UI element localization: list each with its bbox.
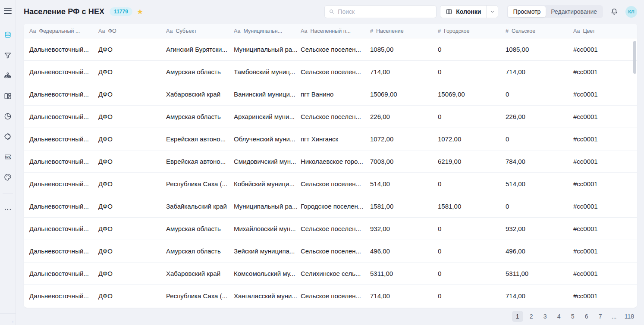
menu-icon[interactable] [4, 8, 12, 14]
column-header-2[interactable]: АаФО [98, 28, 166, 34]
table-cell[interactable]: 1072,00 [438, 135, 506, 143]
table-cell[interactable]: Еврейская автоно... [166, 158, 234, 165]
table-cell[interactable]: Дальневосточный... [29, 135, 98, 143]
more-icon[interactable] [3, 205, 12, 214]
table-cell[interactable]: #cc0001 [573, 113, 637, 120]
table-cell[interactable]: ДФО [98, 270, 166, 277]
table-cell[interactable]: Николаевское горо... [301, 158, 370, 165]
table-cell[interactable]: 714,00 [506, 68, 573, 75]
table-cell[interactable]: Ванинский муници... [234, 91, 301, 98]
table-cell[interactable]: Сельское поселен... [301, 225, 370, 232]
table-cell[interactable]: Хангаласский муни... [234, 292, 301, 300]
table-cell[interactable]: 1581,00 [370, 203, 438, 210]
table-cell[interactable]: Еврейская автоно... [166, 135, 234, 143]
table-cell[interactable]: 514,00 [370, 180, 438, 188]
table-cell[interactable]: 5311,00 [506, 270, 573, 277]
column-header-4[interactable]: АаМуниципальн... [234, 28, 301, 34]
table-cell[interactable]: ДФО [98, 46, 166, 53]
page-button-3[interactable]: 3 [540, 311, 551, 322]
notifications-button[interactable] [609, 6, 619, 17]
table-cell[interactable]: 784,00 [506, 158, 573, 165]
table-cell[interactable]: 7003,00 [370, 158, 438, 165]
table-cell[interactable]: Хабаровский край [166, 91, 234, 98]
page-button-5[interactable]: 5 [567, 311, 578, 322]
table-cell[interactable]: ДФО [98, 292, 166, 300]
table-cell[interactable]: 932,00 [370, 225, 438, 232]
table-cell[interactable]: 0 [438, 247, 506, 255]
page-button-4[interactable]: 4 [553, 311, 565, 322]
table-cell[interactable]: Дальневосточный... [29, 247, 98, 255]
table-cell[interactable]: Кобяйский муници... [234, 180, 301, 188]
column-header-9[interactable]: АаЦвет [573, 28, 637, 34]
table-cell[interactable]: Михайловский мун... [234, 225, 301, 232]
table-cell[interactable]: 0 [438, 225, 506, 232]
table-cell[interactable]: Республика Саха (... [166, 180, 234, 188]
table-cell[interactable]: 0 [438, 292, 506, 300]
column-header-7[interactable]: #Городское [438, 28, 506, 34]
table-cell[interactable]: 5311,00 [370, 270, 438, 277]
table-cell[interactable]: Муниципальный ра... [234, 46, 301, 53]
table-cell[interactable]: 0 [438, 113, 506, 120]
table-cell[interactable]: Хабаровский край [166, 270, 234, 277]
column-header-8[interactable]: #Сельское [506, 28, 573, 34]
table-cell[interactable]: ДФО [98, 113, 166, 120]
database-icon[interactable] [3, 31, 12, 40]
layout-icon[interactable] [3, 92, 12, 100]
vertical-scrollbar[interactable] [633, 41, 636, 74]
table-cell[interactable]: Дальневосточный... [29, 158, 98, 165]
table-cell[interactable]: #cc0001 [573, 203, 637, 210]
mode-view-button[interactable]: Просмотр [508, 6, 546, 17]
table-cell[interactable]: Забайкальский край [166, 203, 234, 210]
star-icon[interactable]: ★ [137, 8, 143, 16]
puzzle-icon[interactable] [3, 132, 12, 141]
table-cell[interactable]: Тамбовский муниц... [234, 68, 301, 75]
table-cell[interactable]: ДФО [98, 68, 166, 75]
table-cell[interactable]: 0 [506, 91, 573, 98]
table-cell[interactable]: 226,00 [506, 113, 573, 120]
table-cell[interactable]: Дальневосточный... [29, 225, 98, 232]
table-cell[interactable]: 1085,00 [506, 46, 573, 53]
column-header-3[interactable]: АаСубъект [166, 28, 234, 34]
table-cell[interactable]: Амурская область [166, 68, 234, 75]
table-cell[interactable]: Дальневосточный... [29, 180, 98, 188]
table-cell[interactable]: 714,00 [370, 292, 438, 300]
table-cell[interactable]: ДФО [98, 203, 166, 210]
table-cell[interactable]: Дальневосточный... [29, 46, 98, 53]
table-cell[interactable]: 714,00 [506, 292, 573, 300]
column-header-1[interactable]: АаФедеральный ... [29, 28, 98, 34]
table-cell[interactable]: Архаринский муни... [234, 113, 301, 120]
table-cell[interactable]: Облученский муни... [234, 135, 301, 143]
table-cell[interactable]: ДФО [98, 247, 166, 255]
table-cell[interactable]: #cc0001 [573, 135, 637, 143]
table-cell[interactable]: Амурская область [166, 225, 234, 232]
pagination-ellipsis[interactable]: ... [609, 311, 620, 322]
table-cell[interactable]: #cc0001 [573, 225, 637, 232]
table-cell[interactable]: 496,00 [370, 247, 438, 255]
table-cell[interactable]: #cc0001 [573, 180, 637, 188]
column-header-5[interactable]: АаНаселенный п... [301, 28, 370, 34]
page-button-2[interactable]: 2 [526, 311, 537, 322]
table-cell[interactable]: #cc0001 [573, 68, 637, 75]
table-cell[interactable]: 226,00 [370, 113, 438, 120]
table-cell[interactable]: Смидовичский мун... [234, 158, 301, 165]
avatar[interactable]: КЛ [625, 6, 637, 18]
column-header-6[interactable]: #Население [370, 28, 438, 34]
table-cell[interactable]: Сельское поселен... [301, 180, 370, 188]
table-cell[interactable]: Агинский Бурятски... [166, 46, 234, 53]
table-cell[interactable]: 1581,00 [438, 203, 506, 210]
table-cell[interactable]: 0 [506, 135, 573, 143]
table-cell[interactable]: #cc0001 [573, 247, 637, 255]
table-cell[interactable]: 0 [438, 46, 506, 53]
pie-chart-icon[interactable] [3, 112, 12, 121]
table-cell[interactable]: 6219,00 [438, 158, 506, 165]
svg-file-icon[interactable]: SVG [3, 153, 12, 161]
table-cell[interactable]: ДФО [98, 180, 166, 188]
search-input[interactable] [338, 8, 432, 15]
columns-dropdown-button[interactable] [486, 6, 498, 18]
table-cell[interactable]: Дальневосточный... [29, 113, 98, 120]
table-cell[interactable]: #cc0001 [573, 270, 637, 277]
table-cell[interactable]: Сельское поселен... [301, 292, 370, 300]
table-cell[interactable]: Сельское поселен... [301, 46, 370, 53]
page-button-6[interactable]: 6 [581, 311, 592, 322]
table-cell[interactable]: Амурская область [166, 247, 234, 255]
